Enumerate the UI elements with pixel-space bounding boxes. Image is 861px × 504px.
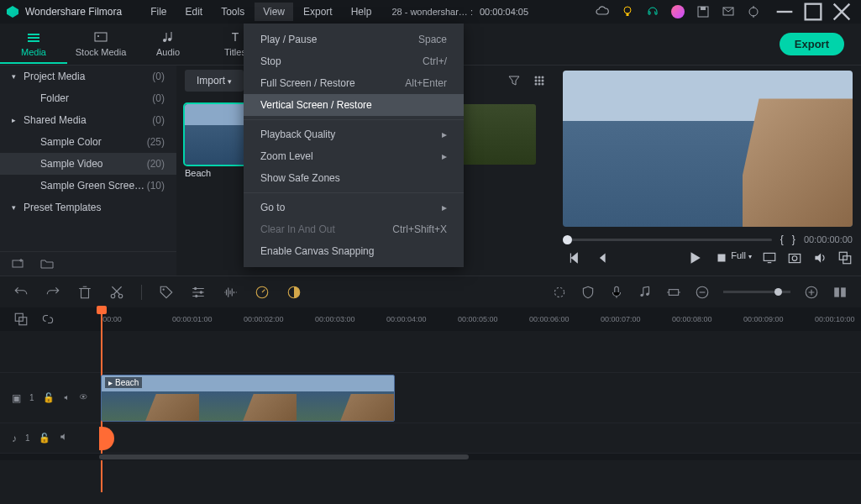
visibility-icon[interactable] <box>79 392 87 404</box>
sidebar-item[interactable]: ▾Preset Templates <box>0 197 176 218</box>
menu-view[interactable]: View <box>255 3 293 21</box>
timeline-scrollbar[interactable] <box>0 454 861 460</box>
folder-icon[interactable] <box>40 257 54 270</box>
mute-icon[interactable] <box>59 432 69 444</box>
ruler-mark: 00:00:03:00 <box>315 315 386 323</box>
maximize-button[interactable] <box>801 0 826 24</box>
audio-stub[interactable] <box>99 427 114 450</box>
timeline-ruler[interactable]: |00:0000:00:01:0000:00:02:0000:00:03:000… <box>0 307 861 331</box>
menu-edit[interactable]: Edit <box>177 3 212 21</box>
mute-icon[interactable] <box>63 392 71 404</box>
speed-icon[interactable] <box>255 285 270 300</box>
cut-icon[interactable] <box>109 285 124 300</box>
preview-video[interactable] <box>563 71 853 227</box>
adjust-icon[interactable] <box>191 285 206 300</box>
update-icon[interactable] <box>747 5 760 18</box>
svg-rect-31 <box>81 288 89 297</box>
redo-icon[interactable] <box>45 285 60 300</box>
color-icon[interactable] <box>286 285 302 300</box>
menu-item-play-pause[interactable]: Play / PauseSpace <box>244 29 464 50</box>
music-icon[interactable] <box>638 285 653 300</box>
mark-in-button[interactable]: { <box>780 234 784 245</box>
quality-selector[interactable]: Full ▾ <box>731 250 752 265</box>
media-sidebar: ▾Project Media(0)Folder(0)▸Shared Media(… <box>0 66 176 276</box>
menu-item-full-screen-restore[interactable]: Full Screen / RestoreAlt+Enter <box>244 72 464 94</box>
save-icon[interactable] <box>696 5 710 18</box>
mic-icon[interactable] <box>609 285 624 300</box>
export-button[interactable]: Export <box>780 33 844 55</box>
tab-stock-media[interactable]: Stock Media <box>67 25 134 64</box>
tips-icon[interactable] <box>621 5 634 18</box>
tag-icon[interactable] <box>159 285 174 300</box>
svg-point-40 <box>554 287 564 297</box>
lock-icon[interactable]: 🔓 <box>39 433 50 444</box>
svg-point-36 <box>200 291 202 293</box>
svg-point-37 <box>195 294 197 297</box>
track-manage-icon[interactable] <box>832 285 848 300</box>
window-controls <box>772 0 854 24</box>
zoom-out-icon[interactable] <box>695 285 710 300</box>
avatar-icon[interactable] <box>671 5 685 18</box>
svg-point-13 <box>168 38 171 41</box>
volume-icon[interactable] <box>812 250 827 265</box>
zoom-in-icon[interactable] <box>804 285 819 300</box>
delete-icon[interactable] <box>77 285 92 300</box>
cloud-icon[interactable] <box>596 5 609 18</box>
sidebar-item[interactable]: ▸Shared Media(0) <box>0 109 176 131</box>
stop-button[interactable] <box>714 250 729 265</box>
lock-icon[interactable]: 🔓 <box>43 392 55 403</box>
video-clip[interactable]: ▸Beach <box>101 375 395 422</box>
fit-icon[interactable] <box>666 285 681 300</box>
step-back-button[interactable] <box>568 250 583 265</box>
spacer-track <box>0 331 861 373</box>
menu-tools[interactable]: Tools <box>213 3 253 21</box>
project-time: 00:00:04:05 <box>480 7 528 17</box>
menu-export[interactable]: Export <box>295 3 341 21</box>
play-button[interactable] <box>687 250 702 265</box>
menu-item-playback-quality[interactable]: Playback Quality▸ <box>244 123 464 145</box>
undo-icon[interactable] <box>13 285 29 300</box>
menu-item-clear-in-and-out: Clear In And OutCtrl+Shift+X <box>244 218 464 240</box>
zoom-slider[interactable] <box>723 291 790 293</box>
menu-item-enable-canvas-snapping[interactable]: Enable Canvas Snapping <box>244 240 464 262</box>
menu-file[interactable]: File <box>142 3 175 21</box>
sidebar-item[interactable]: Sample Color(25) <box>0 131 176 153</box>
svg-point-16 <box>535 76 538 79</box>
tab-media[interactable]: Media <box>0 25 67 64</box>
minimize-button[interactable] <box>772 0 797 24</box>
svg-rect-27 <box>789 255 801 263</box>
shield-icon[interactable] <box>580 285 596 300</box>
sidebar-item[interactable]: Sample Green Scree…(10) <box>0 175 176 197</box>
menu-item-stop[interactable]: StopCtrl+/ <box>244 50 464 72</box>
ai-icon[interactable] <box>552 285 567 300</box>
snapshot-icon[interactable] <box>787 250 802 265</box>
audio-wave-icon[interactable] <box>223 285 238 300</box>
svg-point-0 <box>624 7 631 13</box>
grid-view-icon[interactable] <box>533 74 546 87</box>
svg-point-21 <box>542 80 544 82</box>
play-back-button[interactable] <box>593 250 608 265</box>
mark-out-button[interactable]: } <box>792 234 795 245</box>
tab-audio[interactable]: Audio <box>134 25 202 64</box>
sidebar-item[interactable]: Sample Video(20) <box>0 153 176 175</box>
menu-item-go-to[interactable]: Go to▸ <box>244 197 464 218</box>
close-button[interactable] <box>829 0 854 24</box>
ruler-duplicate-icon[interactable] <box>13 312 29 327</box>
scrub-track[interactable] <box>563 239 772 241</box>
sidebar-item[interactable]: ▾Project Media(0) <box>0 66 176 87</box>
video-track-head: ▣ 1 🔓 <box>0 392 99 404</box>
message-icon[interactable] <box>722 5 735 18</box>
sidebar-item[interactable]: Folder(0) <box>0 87 176 109</box>
menu-item-show-safe-zones[interactable]: Show Safe Zones <box>244 167 464 189</box>
detach-icon[interactable] <box>837 250 853 265</box>
menu-item-zoom-level[interactable]: Zoom Level▸ <box>244 145 464 167</box>
menu-help[interactable]: Help <box>343 3 381 21</box>
new-folder-icon[interactable] <box>12 257 25 270</box>
svg-rect-6 <box>806 4 822 20</box>
ruler-link-icon[interactable] <box>40 312 55 327</box>
menu-item-vertical-screen-restore[interactable]: Vertical Screen / Restore <box>244 94 464 116</box>
import-button[interactable]: Import ▾ <box>185 70 244 92</box>
support-icon[interactable] <box>646 5 659 18</box>
filter-icon[interactable] <box>507 74 521 87</box>
display-icon[interactable] <box>762 250 777 265</box>
